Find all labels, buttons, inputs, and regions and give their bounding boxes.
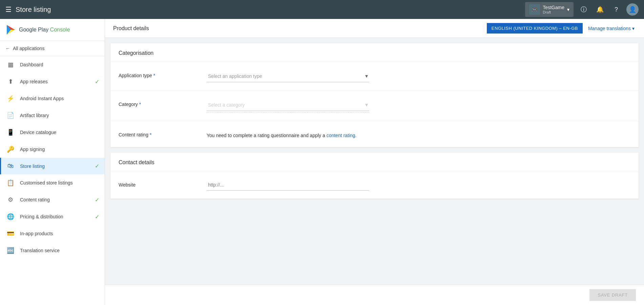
sidebar-item-store-listing[interactable]: 🛍 Store listing ✓ [0, 158, 105, 174]
sidebar-icon-translation-service: 🔤 [6, 247, 15, 254]
sidebar-item-in-app-products[interactable]: 💳 In-app products [0, 225, 105, 242]
sidebar-item-pricing-distribution[interactable]: 🌐 Pricing & distribution ✓ [0, 208, 105, 225]
manage-translations-button[interactable]: Manage translations ▾ [587, 23, 636, 34]
sidebar-item-customised-store[interactable]: 📋 Customised store listings [0, 174, 105, 191]
sidebar-item-app-releases[interactable]: ⬆ App releases ✓ [0, 73, 105, 90]
app-type-placeholder: Select an application type [208, 73, 262, 79]
top-bar-right: 🎮 TestGame Draft ▾ ⓘ 🔔 ? 👤 [525, 2, 639, 17]
app-type-label: Application type* [119, 70, 193, 78]
sidebar-icon-pricing-distribution: 🌐 [6, 213, 15, 220]
app-type-input: Select an application type ▾ [207, 70, 630, 82]
sidebar-icon-app-signing: 🔑 [6, 146, 15, 153]
app-type-row: Application type* Select an application … [110, 62, 639, 91]
sidebar-item-android-instant[interactable]: ⚡ Android Instant Apps [0, 90, 105, 107]
sidebar-back-item[interactable]: ← All applications [0, 41, 105, 56]
sidebar-label-customised-store: Customised store listings [20, 180, 73, 186]
content-rating-label: Content rating* [119, 129, 193, 137]
website-input[interactable] [207, 179, 369, 191]
content-rating-row: Content rating* You need to complete a r… [110, 121, 639, 147]
category-arrow: ▾ [365, 102, 368, 108]
manage-translations-label: Manage translations [588, 26, 631, 31]
sub-header-right: ENGLISH (UNITED KINGDOM) – EN-GB Manage … [487, 23, 636, 34]
app-dropdown-arrow: ▾ [567, 7, 569, 12]
content-area: Categorisation Application type* Select … [105, 38, 644, 285]
language-button[interactable]: ENGLISH (UNITED KINGDOM) – EN-GB [487, 23, 583, 34]
sidebar-icon-app-releases: ⬆ [6, 78, 15, 85]
sidebar-label-device-catalogue: Device catalogue [20, 130, 56, 135]
app-type-select-control[interactable]: Select an application type ▾ [207, 70, 369, 82]
sidebar-item-artifact-library[interactable]: 📄 Artifact library [0, 107, 105, 124]
category-placeholder: Select a category [208, 102, 245, 108]
sidebar-item-dashboard[interactable]: ▦ Dashboard [0, 56, 105, 73]
sidebar-logo: Google Play Console [0, 19, 105, 41]
app-selector[interactable]: 🎮 TestGame Draft ▾ [525, 2, 574, 17]
sidebar-label-translation-service: Translation service [20, 248, 60, 253]
top-bar-left: ☰ Store listing [5, 5, 51, 14]
app-status: Draft [543, 10, 564, 14]
sidebar-icon-customised-store: 📋 [6, 179, 15, 187]
contact-details-card: Contact details Website [110, 153, 639, 199]
sidebar-label-content-rating: Content rating [20, 197, 50, 202]
app-type-arrow: ▾ [365, 73, 368, 79]
website-input-wrapper [207, 179, 630, 191]
sidebar-label-app-signing: App signing [20, 147, 45, 152]
help-button[interactable]: ? [610, 3, 622, 16]
sidebar-label-app-releases: App releases [20, 79, 48, 84]
sidebar-label-artifact-library: Artifact library [20, 113, 49, 118]
info-button[interactable]: ⓘ [578, 3, 590, 16]
sidebar: Google Play Console ← All applications ▦… [0, 19, 105, 305]
sidebar-label-store-listing: Store listing [20, 164, 45, 169]
check-icon-app-releases: ✓ [95, 79, 99, 85]
website-label: Website [119, 179, 193, 188]
categorisation-title: Categorisation [110, 43, 639, 62]
sidebar-item-translation-service[interactable]: 🔤 Translation service [0, 242, 105, 259]
app-icon: 🎮 [529, 4, 540, 15]
website-row: Website [110, 171, 639, 199]
sidebar-label-dashboard: Dashboard [20, 62, 43, 67]
save-draft-button[interactable]: SAVE DRAFT [589, 289, 636, 301]
sidebar-icon-store-listing: 🛍 [6, 162, 15, 170]
page-title: Store listing [16, 6, 51, 14]
sidebar-icon-dashboard: ▦ [6, 61, 15, 68]
back-arrow-icon: ← [5, 46, 10, 51]
sidebar-item-content-rating[interactable]: ⚙ Content rating ✓ [0, 191, 105, 208]
app-type-select[interactable]: Select an application type ▾ [207, 70, 369, 82]
sidebar-label-pricing-distribution: Pricing & distribution [20, 214, 63, 219]
content-rating-text: You need to complete a rating questionna… [207, 129, 630, 139]
google-play-logo [5, 24, 16, 35]
notifications-button[interactable]: 🔔 [594, 3, 606, 16]
sidebar-icon-android-instant: ⚡ [6, 95, 15, 102]
sidebar-label-in-app-products: In-app products [20, 231, 53, 236]
sidebar-item-device-catalogue[interactable]: 📱 Device catalogue [0, 124, 105, 141]
sidebar-icon-content-rating: ⚙ [6, 196, 15, 203]
sidebar-items-container: ▦ Dashboard ⬆ App releases ✓ ⚡ Android I… [0, 56, 105, 259]
logo-text: Google Play Console [19, 27, 70, 33]
sidebar-item-app-signing[interactable]: 🔑 App signing [0, 141, 105, 158]
category-row: Category* Select a category ▾ [110, 91, 639, 121]
contact-details-title: Contact details [110, 153, 639, 171]
footer-bar: SAVE DRAFT [105, 285, 644, 305]
category-input: Select a category ▾ [207, 99, 630, 113]
app-selector-info: TestGame Draft [543, 5, 564, 14]
content-rating-field: You need to complete a rating questionna… [207, 129, 630, 139]
sub-header: Product details ENGLISH (UNITED KINGDOM)… [105, 19, 644, 38]
sidebar-icon-in-app-products: 💳 [6, 230, 15, 237]
sidebar-icon-artifact-library: 📄 [6, 112, 15, 119]
sidebar-icon-device-catalogue: 📱 [6, 129, 15, 136]
category-select-control[interactable]: Select a category ▾ [207, 99, 369, 111]
main-layout: Google Play Console ← All applications ▦… [0, 19, 644, 305]
all-applications-label: All applications [13, 46, 44, 51]
categorisation-card: Categorisation Application type* Select … [110, 43, 639, 147]
category-select[interactable]: Select a category ▾ [207, 99, 369, 113]
hamburger-icon[interactable]: ☰ [5, 5, 12, 14]
category-dotted-line [207, 112, 369, 113]
category-label: Category* [119, 99, 193, 107]
sidebar-label-android-instant: Android Instant Apps [20, 96, 64, 101]
avatar-button[interactable]: 👤 [626, 3, 639, 16]
check-icon-pricing-distribution: ✓ [95, 214, 99, 220]
product-details-title: Product details [113, 25, 149, 31]
top-bar: ☰ Store listing 🎮 TestGame Draft ▾ ⓘ 🔔 ?… [0, 0, 644, 19]
check-icon-content-rating: ✓ [95, 197, 99, 203]
app-name: TestGame [543, 5, 564, 10]
content-rating-link[interactable]: content rating. [327, 133, 357, 138]
